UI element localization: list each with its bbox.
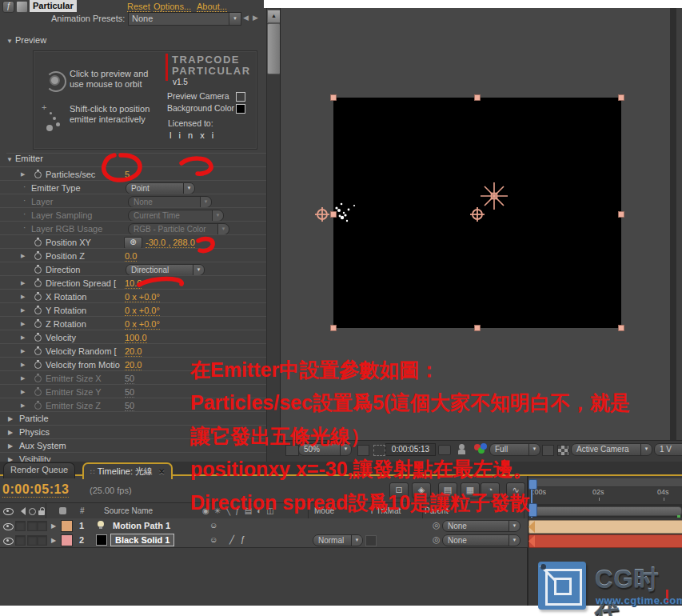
region-of-interest-icon[interactable] — [373, 445, 385, 456]
layer-name[interactable]: Black Solid 1 — [110, 534, 174, 546]
view-layout-camera-dropdown[interactable]: Active Camera▼ — [571, 443, 652, 456]
preview-camera-checkbox[interactable] — [236, 92, 245, 102]
safe-margins-icon[interactable] — [357, 445, 369, 456]
layer-expander-icon[interactable]: ▶ — [51, 522, 56, 530]
expander-icon[interactable]: ▶ — [21, 362, 25, 368]
audio-cell[interactable] — [15, 535, 26, 546]
param-value[interactable]: 5 — [125, 170, 130, 180]
background-color-swatch[interactable] — [236, 104, 245, 114]
mode-column-header[interactable]: Mode — [314, 506, 334, 515]
lock-cell[interactable] — [37, 521, 47, 531]
lock-cell[interactable] — [37, 535, 47, 546]
stopwatch-icon[interactable] — [34, 171, 42, 178]
stopwatch-icon[interactable] — [34, 348, 42, 355]
parent-pickwhip-icon[interactable]: ◎ — [433, 520, 441, 530]
current-time-display[interactable]: 0:00:05:13 — [2, 482, 69, 498]
tab-render-queue[interactable]: Render Queue — [3, 462, 75, 478]
index-column-header[interactable]: # — [80, 506, 85, 515]
magnification-dropdown[interactable]: 50%▼ — [298, 443, 352, 456]
motion-blur-button[interactable]: ◔ — [481, 482, 500, 498]
expander-icon[interactable]: ▶ — [21, 402, 25, 409]
preview-section-header[interactable]: ▼ Preview — [6, 35, 46, 45]
emitter-anchor-icon[interactable] — [315, 207, 329, 222]
param-value[interactable]: 20.0 — [125, 360, 142, 370]
param-value[interactable]: 100.0 — [125, 333, 147, 343]
expander-icon[interactable]: ▶ — [21, 389, 25, 395]
param-value[interactable]: 50 — [125, 374, 134, 384]
layer-row[interactable]: ▶1Motion Path 1☺◎None▼ — [0, 518, 528, 534]
param-value[interactable]: 50 — [125, 387, 134, 398]
param-value[interactable]: 0 x +0.0° — [125, 319, 160, 330]
section-row-aux-system[interactable]: ▶Aux System — [0, 438, 266, 453]
stopwatch-icon[interactable] — [34, 307, 42, 314]
stopwatch-icon[interactable] — [34, 362, 42, 369]
viewer-timecode[interactable]: 0:00:05:13 — [385, 443, 436, 456]
composition-canvas[interactable] — [280, 8, 682, 462]
options-link[interactable]: Options... — [154, 2, 191, 12]
quality-switch-icon[interactable]: ╱ — [229, 535, 234, 544]
work-area-bar[interactable] — [530, 506, 682, 516]
stopwatch-icon[interactable] — [34, 334, 42, 342]
layer-label-color[interactable] — [61, 534, 73, 546]
stopwatch-icon[interactable] — [34, 389, 42, 396]
close-icon[interactable]: ✕ — [158, 467, 165, 476]
param-value[interactable]: 0 x +0.0° — [125, 292, 160, 302]
param-value[interactable]: 20.0 — [125, 346, 142, 357]
section-row-visibility[interactable]: ▶Visibility — [0, 452, 266, 462]
graph-editor-button[interactable]: ∿ — [506, 482, 525, 498]
scrollbar-thumb[interactable] — [267, 23, 281, 74]
snapshot-camera-icon[interactable] — [438, 445, 451, 455]
expander-icon[interactable]: ▶ — [21, 253, 25, 259]
roi-toggle-icon[interactable] — [542, 445, 554, 456]
channel-blue-icon[interactable] — [481, 443, 487, 450]
section-row-physics[interactable]: ▶Physics — [0, 425, 266, 439]
layer-expander-icon[interactable]: ▶ — [51, 537, 56, 544]
expander-icon[interactable]: ▶ — [21, 334, 25, 341]
show-snapshot-icon[interactable] — [459, 444, 465, 450]
param-value[interactable]: 0 x +0.0° — [125, 306, 160, 316]
expander-icon[interactable]: ▶ — [21, 280, 25, 286]
param-value[interactable]: 50 — [125, 401, 134, 411]
stopwatch-icon[interactable] — [34, 266, 42, 274]
frame-blend-button[interactable]: ▦ — [461, 482, 480, 498]
emitter-section-header[interactable]: ▼ Emitter — [6, 153, 266, 166]
tab-timeline[interactable]: ∷Timeline: 光線✕ — [82, 462, 173, 479]
expander-icon[interactable]: ▶ — [21, 171, 25, 178]
param-value[interactable]: -30.0 , 288.0 — [146, 238, 195, 248]
point-control-button[interactable]: ⊕ — [124, 237, 142, 249]
next-preset-arrow[interactable]: ▶ — [253, 14, 258, 22]
layer-name[interactable]: Motion Path 1 — [113, 521, 170, 530]
resolution-dropdown[interactable]: Full▼ — [489, 443, 540, 456]
expander-icon[interactable]: ▶ — [21, 307, 25, 314]
stopwatch-icon[interactable] — [34, 294, 42, 301]
fx-switch-icon[interactable]: ƒ — [241, 535, 245, 544]
parent-column-header[interactable]: Parent — [425, 506, 448, 515]
stopwatch-icon[interactable] — [34, 253, 42, 260]
draft-3d-button[interactable]: ◈ — [412, 482, 431, 498]
section-row-particle[interactable]: ▶Particle — [0, 411, 266, 426]
layer-duration-bar[interactable] — [528, 520, 682, 534]
hide-shy-button[interactable]: ▤ — [438, 482, 457, 498]
param-value[interactable]: 0.0 — [125, 251, 137, 262]
expander-icon[interactable]: ▶ — [21, 294, 25, 300]
layer-visibility-eye-icon[interactable] — [3, 523, 14, 530]
light-star-icon[interactable] — [481, 182, 508, 210]
view-count-dropdown[interactable]: 1 V — [654, 443, 682, 456]
param-dropdown[interactable]: Directional▼ — [126, 264, 205, 276]
transparency-grid-icon[interactable] — [557, 445, 569, 456]
time-ruler-top[interactable] — [528, 478, 682, 487]
shy-switch-icon[interactable]: ☺ — [209, 535, 217, 544]
param-value[interactable]: 10.0 — [125, 278, 142, 289]
mode-dropdown[interactable]: Normal▼ — [313, 534, 363, 546]
stopwatch-icon[interactable] — [34, 321, 42, 328]
stopwatch-icon[interactable] — [34, 375, 42, 382]
layer-visibility-eye-icon[interactable] — [3, 538, 14, 545]
stopwatch-icon[interactable] — [34, 402, 42, 410]
layer-row[interactable]: ▶2Black Solid 1☺╱ƒNormal▼◎None▼ — [0, 533, 528, 548]
source-name-column-header[interactable]: Source Name — [104, 506, 153, 515]
parent-dropdown[interactable]: None▼ — [442, 534, 520, 546]
shy-switch-icon[interactable]: ☺ — [209, 521, 217, 530]
animation-presets-dropdown[interactable]: None ▼ — [128, 12, 241, 26]
expander-icon[interactable]: ▶ — [21, 321, 25, 327]
expander-icon[interactable]: ▶ — [21, 375, 25, 382]
